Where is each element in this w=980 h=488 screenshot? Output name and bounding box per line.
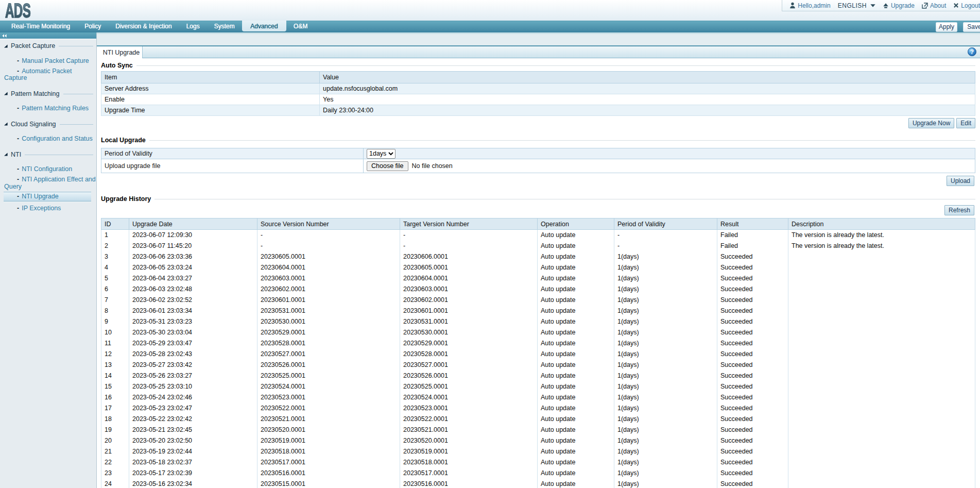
- sidebar-section-packet-capture[interactable]: Packet Capture: [0, 42, 96, 49]
- table-cell: [788, 327, 975, 338]
- table-cell: [788, 251, 975, 262]
- table-cell: Auto update: [538, 316, 614, 327]
- table-cell: 3: [101, 251, 129, 262]
- table-row: 62023-06-03 23:02:4820230602.00012023060…: [101, 284, 975, 295]
- table-cell: 2023-05-20 23:02:50: [129, 435, 257, 446]
- edit-button[interactable]: Edit: [956, 118, 975, 128]
- table-cell: 20230521.0001: [257, 414, 400, 425]
- period-of-validity-select[interactable]: 1days: [367, 149, 396, 159]
- column-header: Target Version Number: [400, 218, 538, 230]
- nav-item-advanced[interactable]: Advanced: [242, 21, 286, 31]
- upgrade-now-button[interactable]: Upgrade Now: [908, 118, 954, 128]
- sidebar-collapse-strip[interactable]: [0, 32, 96, 39]
- table-cell: Auto update: [538, 392, 614, 403]
- section-auto-sync-header: Auto Sync: [101, 61, 975, 69]
- table-cell: 17: [101, 403, 129, 414]
- chevron-down-icon: [870, 4, 875, 7]
- table-cell: 20230518.0001: [257, 446, 400, 457]
- table-cell: 2023-06-01 23:03:34: [129, 306, 257, 316]
- table-cell: 2023-05-30 23:03:04: [129, 327, 257, 338]
- table-cell: 11: [101, 338, 129, 349]
- tab-nti-upgrade[interactable]: NTI Upgrade: [100, 46, 142, 58]
- table-cell: [788, 349, 975, 360]
- table-cell: 20230522.0001: [400, 414, 538, 425]
- table-cell: -: [257, 241, 400, 251]
- about-link[interactable]: About: [922, 2, 946, 9]
- sidebar-item-ip-exceptions[interactable]: IP Exceptions: [0, 205, 96, 212]
- table-cell: 2023-06-04 23:03:27: [129, 273, 257, 284]
- table-cell: 20230523.0001: [400, 403, 538, 414]
- table-cell: 20230530.0001: [400, 327, 538, 338]
- table-cell: [788, 262, 975, 273]
- refresh-button[interactable]: Refresh: [944, 205, 974, 215]
- about-window-icon: [922, 3, 928, 9]
- sidebar-item-nti-upgrade[interactable]: NTI Upgrade: [4, 192, 91, 202]
- upload-button[interactable]: Upload: [947, 176, 974, 186]
- language-select[interactable]: ENGLISH: [838, 2, 875, 9]
- nav-item-policy[interactable]: Policy: [77, 21, 108, 31]
- expanded-triangle-icon: [4, 153, 8, 156]
- table-cell: 20230519.0001: [400, 446, 538, 457]
- logout-x-icon: [953, 3, 959, 8]
- table-cell: [788, 414, 975, 425]
- sidebar-item-nti-application-effect-and-query[interactable]: NTI Application Effect and Query: [0, 176, 96, 190]
- upgrade-link[interactable]: Upgrade: [883, 2, 915, 9]
- table-row: 122023-05-28 23:02:4320230527.0001202305…: [101, 349, 975, 360]
- table-cell: 1(days): [614, 262, 717, 273]
- table-cell: Succeeded: [717, 273, 788, 284]
- table-cell: Auto update: [538, 295, 614, 306]
- sidebar-section-pattern-matching[interactable]: Pattern Matching: [0, 90, 96, 97]
- table-cell: 2023-05-25 23:03:10: [129, 381, 257, 392]
- sidebar-section-label: Cloud Signaling: [11, 121, 56, 128]
- table-cell: 2: [101, 241, 129, 251]
- sidebar-item-pattern-matching-rules[interactable]: Pattern Matching Rules: [0, 105, 96, 112]
- table-cell: 20230516.0001: [400, 479, 538, 488]
- table-cell: The version is already the latest.: [788, 230, 975, 241]
- table-row: 132023-05-27 23:03:4220230526.0001202305…: [101, 360, 975, 371]
- table-cell: Daily 23:00-24:00: [320, 105, 975, 116]
- sidebar-section-nti[interactable]: NTI: [0, 151, 96, 158]
- table-cell: Succeeded: [717, 479, 788, 488]
- nav-item-logs[interactable]: Logs: [179, 21, 207, 31]
- table-cell: Auto update: [538, 479, 614, 488]
- table-cell: 1(days): [614, 371, 717, 381]
- table-cell: 20230524.0001: [257, 381, 400, 392]
- nav-item-o-m[interactable]: O&M: [286, 21, 315, 31]
- save-button[interactable]: Save: [963, 22, 980, 32]
- sidebar-item-label: Manual Packet Capture: [22, 57, 89, 64]
- table-cell: 20230602.0001: [257, 284, 400, 295]
- sidebar-item-manual-packet-capture[interactable]: Manual Packet Capture: [0, 58, 96, 65]
- nav-item-system[interactable]: System: [207, 21, 242, 31]
- sidebar-item-automatic-packet-capture[interactable]: Automatic Packet Capture: [0, 68, 96, 82]
- dash-bullet-icon: [17, 68, 19, 75]
- choose-file-button[interactable]: Choose file: [367, 161, 408, 171]
- table-cell: 1(days): [614, 273, 717, 284]
- section-title: Auto Sync: [101, 62, 133, 69]
- sidebar-section-cloud-signaling[interactable]: Cloud Signaling: [0, 121, 96, 128]
- table-cell: 24: [101, 479, 129, 488]
- sidebar-item-nti-configuration[interactable]: NTI Configuration: [0, 166, 96, 173]
- table-row: 112023-05-29 23:03:4720230528.0001202305…: [101, 338, 975, 349]
- table-cell: Yes: [320, 94, 975, 105]
- dash-bullet-icon: [17, 57, 19, 64]
- sidebar-item-label: NTI Upgrade: [22, 193, 59, 200]
- section-rule: [149, 140, 975, 141]
- column-header: Source Version Number: [257, 218, 400, 230]
- sidebar-item-configuration-and-status[interactable]: Configuration and Status: [0, 136, 96, 143]
- logout-link[interactable]: Logout: [953, 2, 980, 9]
- expanded-triangle-icon: [4, 44, 8, 48]
- apply-button[interactable]: Apply: [936, 22, 957, 32]
- nav-item-diversion-injection[interactable]: Diversion & Injection: [108, 21, 179, 31]
- sidebar-section-rule: [63, 94, 94, 94]
- period-of-validity-label: Period of Validity: [101, 148, 364, 159]
- table-row: 52023-06-04 23:03:2720230603.00012023060…: [101, 273, 975, 284]
- help-icon[interactable]: ?: [968, 47, 976, 56]
- nav-item-real-time-monitoring[interactable]: Real-Time Monitoring: [4, 21, 77, 31]
- table-cell: update.nsfocusglobal.com: [320, 83, 975, 94]
- table-cell: Succeeded: [717, 425, 788, 435]
- table-cell: Failed: [717, 230, 788, 241]
- table-cell: Succeeded: [717, 306, 788, 316]
- table-cell: [788, 435, 975, 446]
- table-cell: 1(days): [614, 403, 717, 414]
- table-cell: [788, 371, 975, 381]
